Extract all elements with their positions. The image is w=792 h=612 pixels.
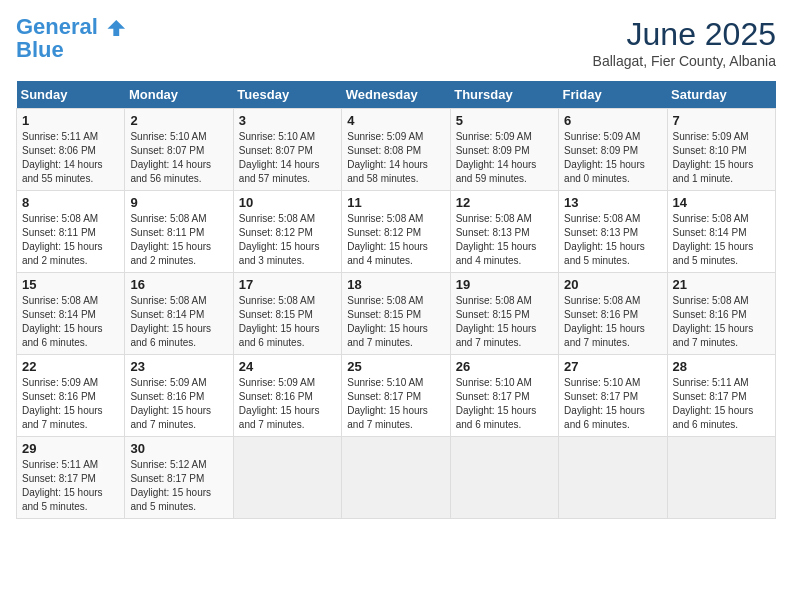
calendar-cell: 9Sunrise: 5:08 AMSunset: 8:11 PMDaylight… (125, 191, 233, 273)
calendar-week-2: 8Sunrise: 5:08 AMSunset: 8:11 PMDaylight… (17, 191, 776, 273)
day-info: Sunrise: 5:09 AMSunset: 8:16 PMDaylight:… (130, 376, 227, 432)
calendar-cell (450, 437, 558, 519)
day-number: 21 (673, 277, 770, 292)
calendar-cell: 30Sunrise: 5:12 AMSunset: 8:17 PMDayligh… (125, 437, 233, 519)
day-info: Sunrise: 5:08 AMSunset: 8:12 PMDaylight:… (239, 212, 336, 268)
month-title: June 2025 (593, 16, 776, 53)
day-number: 16 (130, 277, 227, 292)
day-number: 15 (22, 277, 119, 292)
day-info: Sunrise: 5:08 AMSunset: 8:12 PMDaylight:… (347, 212, 444, 268)
calendar-cell (559, 437, 667, 519)
day-info: Sunrise: 5:08 AMSunset: 8:15 PMDaylight:… (456, 294, 553, 350)
calendar-cell: 20Sunrise: 5:08 AMSunset: 8:16 PMDayligh… (559, 273, 667, 355)
day-info: Sunrise: 5:08 AMSunset: 8:16 PMDaylight:… (673, 294, 770, 350)
day-number: 26 (456, 359, 553, 374)
day-info: Sunrise: 5:08 AMSunset: 8:14 PMDaylight:… (673, 212, 770, 268)
day-info: Sunrise: 5:08 AMSunset: 8:13 PMDaylight:… (564, 212, 661, 268)
day-number: 17 (239, 277, 336, 292)
day-number: 14 (673, 195, 770, 210)
page-header: General Blue June 2025 Ballagat, Fier Co… (16, 16, 776, 69)
title-block: June 2025 Ballagat, Fier County, Albania (593, 16, 776, 69)
calendar-cell: 25Sunrise: 5:10 AMSunset: 8:17 PMDayligh… (342, 355, 450, 437)
day-number: 3 (239, 113, 336, 128)
day-number: 13 (564, 195, 661, 210)
calendar-cell: 2Sunrise: 5:10 AMSunset: 8:07 PMDaylight… (125, 109, 233, 191)
day-info: Sunrise: 5:10 AMSunset: 8:17 PMDaylight:… (347, 376, 444, 432)
calendar-cell: 17Sunrise: 5:08 AMSunset: 8:15 PMDayligh… (233, 273, 341, 355)
header-monday: Monday (125, 81, 233, 109)
calendar-cell: 24Sunrise: 5:09 AMSunset: 8:16 PMDayligh… (233, 355, 341, 437)
day-number: 29 (22, 441, 119, 456)
day-info: Sunrise: 5:09 AMSunset: 8:08 PMDaylight:… (347, 130, 444, 186)
calendar-cell: 15Sunrise: 5:08 AMSunset: 8:14 PMDayligh… (17, 273, 125, 355)
day-info: Sunrise: 5:12 AMSunset: 8:17 PMDaylight:… (130, 458, 227, 514)
day-number: 2 (130, 113, 227, 128)
day-info: Sunrise: 5:08 AMSunset: 8:14 PMDaylight:… (130, 294, 227, 350)
day-info: Sunrise: 5:09 AMSunset: 8:09 PMDaylight:… (564, 130, 661, 186)
day-number: 12 (456, 195, 553, 210)
day-info: Sunrise: 5:08 AMSunset: 8:16 PMDaylight:… (564, 294, 661, 350)
day-number: 1 (22, 113, 119, 128)
day-number: 27 (564, 359, 661, 374)
day-number: 18 (347, 277, 444, 292)
day-info: Sunrise: 5:10 AMSunset: 8:07 PMDaylight:… (239, 130, 336, 186)
day-number: 11 (347, 195, 444, 210)
calendar-cell: 28Sunrise: 5:11 AMSunset: 8:17 PMDayligh… (667, 355, 775, 437)
calendar-cell: 18Sunrise: 5:08 AMSunset: 8:15 PMDayligh… (342, 273, 450, 355)
calendar-cell: 11Sunrise: 5:08 AMSunset: 8:12 PMDayligh… (342, 191, 450, 273)
calendar-cell: 8Sunrise: 5:08 AMSunset: 8:11 PMDaylight… (17, 191, 125, 273)
day-number: 7 (673, 113, 770, 128)
day-info: Sunrise: 5:08 AMSunset: 8:15 PMDaylight:… (239, 294, 336, 350)
header-tuesday: Tuesday (233, 81, 341, 109)
day-number: 10 (239, 195, 336, 210)
calendar-cell: 1Sunrise: 5:11 AMSunset: 8:06 PMDaylight… (17, 109, 125, 191)
day-info: Sunrise: 5:11 AMSunset: 8:06 PMDaylight:… (22, 130, 119, 186)
header-wednesday: Wednesday (342, 81, 450, 109)
day-number: 8 (22, 195, 119, 210)
calendar-cell: 19Sunrise: 5:08 AMSunset: 8:15 PMDayligh… (450, 273, 558, 355)
calendar-week-1: 1Sunrise: 5:11 AMSunset: 8:06 PMDaylight… (17, 109, 776, 191)
day-info: Sunrise: 5:08 AMSunset: 8:11 PMDaylight:… (130, 212, 227, 268)
day-number: 5 (456, 113, 553, 128)
calendar-table: SundayMondayTuesdayWednesdayThursdayFrid… (16, 81, 776, 519)
calendar-cell: 16Sunrise: 5:08 AMSunset: 8:14 PMDayligh… (125, 273, 233, 355)
calendar-cell: 23Sunrise: 5:09 AMSunset: 8:16 PMDayligh… (125, 355, 233, 437)
day-info: Sunrise: 5:10 AMSunset: 8:07 PMDaylight:… (130, 130, 227, 186)
calendar-cell: 21Sunrise: 5:08 AMSunset: 8:16 PMDayligh… (667, 273, 775, 355)
header-saturday: Saturday (667, 81, 775, 109)
calendar-cell: 6Sunrise: 5:09 AMSunset: 8:09 PMDaylight… (559, 109, 667, 191)
calendar-week-3: 15Sunrise: 5:08 AMSunset: 8:14 PMDayligh… (17, 273, 776, 355)
calendar-cell: 14Sunrise: 5:08 AMSunset: 8:14 PMDayligh… (667, 191, 775, 273)
calendar-week-5: 29Sunrise: 5:11 AMSunset: 8:17 PMDayligh… (17, 437, 776, 519)
day-number: 25 (347, 359, 444, 374)
day-number: 20 (564, 277, 661, 292)
calendar-cell (667, 437, 775, 519)
logo-text: General (16, 16, 128, 39)
logo-blue: Blue (16, 37, 128, 63)
calendar-cell: 3Sunrise: 5:10 AMSunset: 8:07 PMDaylight… (233, 109, 341, 191)
day-info: Sunrise: 5:09 AMSunset: 8:16 PMDaylight:… (239, 376, 336, 432)
day-number: 24 (239, 359, 336, 374)
location: Ballagat, Fier County, Albania (593, 53, 776, 69)
day-number: 23 (130, 359, 227, 374)
day-number: 9 (130, 195, 227, 210)
calendar-cell: 5Sunrise: 5:09 AMSunset: 8:09 PMDaylight… (450, 109, 558, 191)
day-info: Sunrise: 5:10 AMSunset: 8:17 PMDaylight:… (456, 376, 553, 432)
calendar-cell (233, 437, 341, 519)
calendar-cell: 26Sunrise: 5:10 AMSunset: 8:17 PMDayligh… (450, 355, 558, 437)
day-number: 22 (22, 359, 119, 374)
calendar-cell: 13Sunrise: 5:08 AMSunset: 8:13 PMDayligh… (559, 191, 667, 273)
calendar-cell: 22Sunrise: 5:09 AMSunset: 8:16 PMDayligh… (17, 355, 125, 437)
day-info: Sunrise: 5:08 AMSunset: 8:13 PMDaylight:… (456, 212, 553, 268)
day-info: Sunrise: 5:10 AMSunset: 8:17 PMDaylight:… (564, 376, 661, 432)
day-info: Sunrise: 5:08 AMSunset: 8:14 PMDaylight:… (22, 294, 119, 350)
calendar-week-4: 22Sunrise: 5:09 AMSunset: 8:16 PMDayligh… (17, 355, 776, 437)
calendar-cell: 27Sunrise: 5:10 AMSunset: 8:17 PMDayligh… (559, 355, 667, 437)
day-number: 4 (347, 113, 444, 128)
day-number: 6 (564, 113, 661, 128)
logo: General Blue (16, 16, 128, 63)
header-sunday: Sunday (17, 81, 125, 109)
calendar-cell: 10Sunrise: 5:08 AMSunset: 8:12 PMDayligh… (233, 191, 341, 273)
calendar-cell (342, 437, 450, 519)
calendar-cell: 29Sunrise: 5:11 AMSunset: 8:17 PMDayligh… (17, 437, 125, 519)
